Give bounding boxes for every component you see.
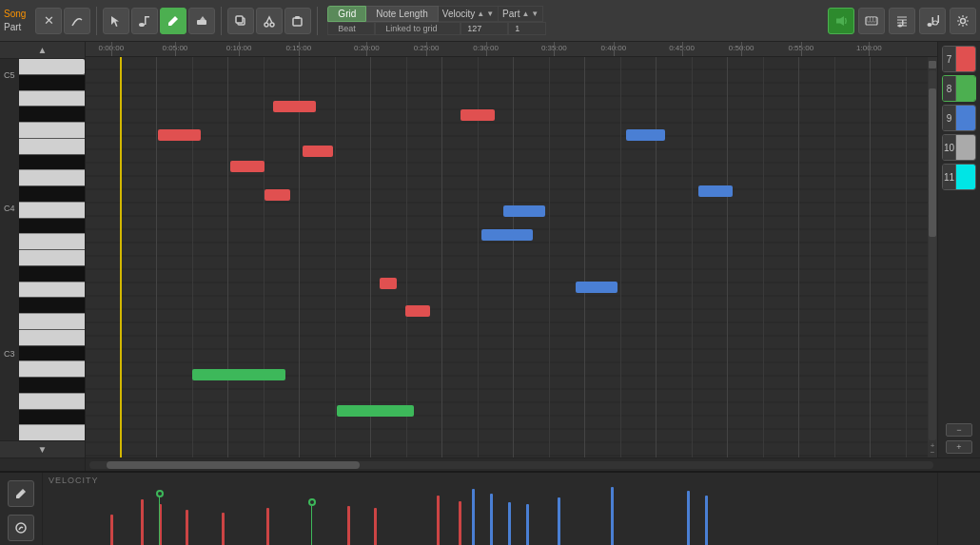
contract-btn[interactable]: − bbox=[929, 449, 936, 456]
piano-key-black[interactable] bbox=[19, 75, 85, 91]
copy-button[interactable] bbox=[227, 8, 254, 34]
piano-down-arrow[interactable]: ▼ bbox=[38, 444, 48, 455]
vel-line-g2[interactable] bbox=[311, 506, 312, 545]
velocity-down-arrow[interactable]: ▼ bbox=[486, 10, 494, 18]
note2-button[interactable] bbox=[919, 8, 946, 34]
note-r3[interactable] bbox=[230, 161, 265, 172]
piano-roll[interactable]: 0:00:00 0:05:00 0:10:00 0:15:00 0:20:00 … bbox=[86, 42, 937, 457]
note-r1[interactable] bbox=[158, 129, 201, 141]
h-scrollbar-track[interactable] bbox=[89, 461, 933, 469]
channel-7-btn[interactable]: 7 bbox=[942, 46, 976, 72]
note-r4[interactable] bbox=[303, 146, 332, 157]
piano-key-white[interactable] bbox=[19, 203, 85, 219]
cut-button[interactable] bbox=[256, 8, 283, 34]
note-b3[interactable] bbox=[626, 129, 664, 141]
vel-bar-b1[interactable] bbox=[472, 489, 475, 545]
note-r6[interactable] bbox=[380, 278, 397, 289]
note-r2[interactable] bbox=[273, 101, 316, 112]
h-scrollbar-thumb[interactable] bbox=[107, 461, 360, 469]
vel-bar-r8[interactable] bbox=[374, 508, 377, 545]
piano-key-black[interactable] bbox=[19, 186, 85, 203]
right-scroll-up[interactable]: − bbox=[946, 423, 972, 437]
scroll-down-area[interactable]: + − bbox=[929, 442, 936, 456]
grid-tab[interactable]: Grid bbox=[327, 6, 366, 22]
vel-line-g1[interactable] bbox=[159, 497, 160, 545]
vertical-scrollbar[interactable]: + − bbox=[928, 57, 937, 457]
note-b2[interactable] bbox=[481, 229, 533, 241]
pencil-vel-button[interactable] bbox=[8, 480, 34, 507]
piano-key-black[interactable] bbox=[19, 298, 85, 314]
piano-key-white[interactable] bbox=[19, 250, 85, 266]
note-b4[interactable] bbox=[576, 282, 618, 293]
vel-bar-r10[interactable] bbox=[459, 501, 461, 545]
piano-key-white[interactable] bbox=[19, 91, 85, 107]
vel-dot-g1[interactable] bbox=[156, 490, 164, 497]
piano-key-white[interactable] bbox=[19, 425, 85, 440]
note-r7[interactable] bbox=[405, 305, 431, 317]
channel-9-btn[interactable]: 9 bbox=[942, 105, 976, 131]
part-down-arrow[interactable]: ▼ bbox=[531, 10, 539, 18]
vel-bar-b5[interactable] bbox=[558, 497, 560, 545]
part-up-arrow[interactable]: ▲ bbox=[521, 10, 529, 18]
piano-key-white[interactable] bbox=[19, 394, 85, 410]
piano-key-black[interactable] bbox=[19, 107, 85, 123]
paste-button[interactable] bbox=[284, 8, 311, 34]
scroll-thumb[interactable] bbox=[929, 88, 936, 237]
piano-key-white[interactable] bbox=[19, 361, 85, 378]
piano-key-white[interactable] bbox=[19, 234, 85, 250]
note-r8[interactable] bbox=[461, 109, 495, 121]
vel-bar-b4[interactable] bbox=[526, 504, 529, 545]
notation-button[interactable] bbox=[889, 8, 915, 34]
piano-key-black[interactable] bbox=[19, 219, 85, 235]
piano-key-white[interactable] bbox=[19, 59, 85, 75]
vel-bar-r9[interactable] bbox=[437, 496, 440, 545]
piano-key-black[interactable] bbox=[19, 346, 85, 362]
scroll-up-btn[interactable] bbox=[929, 61, 936, 68]
vel-bar-b2[interactable] bbox=[490, 494, 493, 546]
note-b1[interactable] bbox=[503, 205, 546, 217]
vel-bar-b3[interactable] bbox=[508, 502, 511, 546]
piano-key-black[interactable] bbox=[19, 266, 85, 282]
piano-key-white[interactable] bbox=[19, 282, 85, 299]
piano-key-black[interactable] bbox=[19, 155, 85, 171]
vel-bar-r2[interactable] bbox=[141, 499, 144, 545]
channel-8-btn[interactable]: 8 bbox=[942, 75, 976, 102]
curve-vel-button[interactable] bbox=[8, 515, 34, 541]
vel-bar-r4[interactable] bbox=[186, 510, 188, 545]
vel-bar-r7[interactable] bbox=[347, 506, 350, 545]
vel-bar-b8[interactable] bbox=[705, 496, 708, 545]
eraser-tool-button[interactable] bbox=[188, 8, 215, 34]
piano-key-black[interactable] bbox=[19, 378, 85, 394]
grid-area[interactable] bbox=[86, 57, 937, 457]
select-tool-button[interactable] bbox=[103, 8, 129, 34]
speaker-button[interactable] bbox=[828, 8, 854, 34]
right-scroll-down[interactable]: + bbox=[946, 440, 972, 454]
channel-11-btn[interactable]: 11 bbox=[942, 164, 976, 190]
piano-key-white[interactable] bbox=[19, 314, 85, 330]
piano-key-white[interactable] bbox=[19, 330, 85, 346]
note-tool-button[interactable] bbox=[131, 8, 158, 34]
vel-bar-r1[interactable] bbox=[110, 515, 113, 545]
piano-key-white[interactable] bbox=[19, 139, 85, 155]
vel-bar-b7[interactable] bbox=[687, 491, 690, 545]
scroll-track[interactable] bbox=[929, 70, 936, 440]
velocity-up-arrow[interactable]: ▲ bbox=[477, 10, 484, 18]
note-length-tab[interactable]: Note Length bbox=[366, 6, 439, 22]
settings-button[interactable] bbox=[950, 8, 976, 34]
note-g1[interactable] bbox=[192, 369, 285, 380]
vel-bar-r5[interactable] bbox=[222, 513, 225, 545]
piano-up-arrow[interactable]: ▲ bbox=[38, 45, 48, 55]
piano-key-black[interactable] bbox=[19, 410, 85, 426]
channel-10-btn[interactable]: 10 bbox=[942, 134, 976, 161]
note-b5[interactable] bbox=[698, 185, 733, 197]
piano-key-white[interactable] bbox=[19, 123, 85, 139]
piano-key-white[interactable] bbox=[19, 170, 85, 186]
note-g2[interactable] bbox=[337, 405, 414, 417]
close-button[interactable]: ✕ bbox=[35, 8, 62, 34]
note-r5[interactable] bbox=[265, 189, 290, 201]
piano-button[interactable] bbox=[858, 8, 885, 34]
vel-bar-b6[interactable] bbox=[611, 487, 614, 545]
vel-dot-g2[interactable] bbox=[308, 498, 316, 506]
curve-button[interactable] bbox=[64, 8, 90, 34]
vel-bar-r6[interactable] bbox=[266, 508, 269, 545]
